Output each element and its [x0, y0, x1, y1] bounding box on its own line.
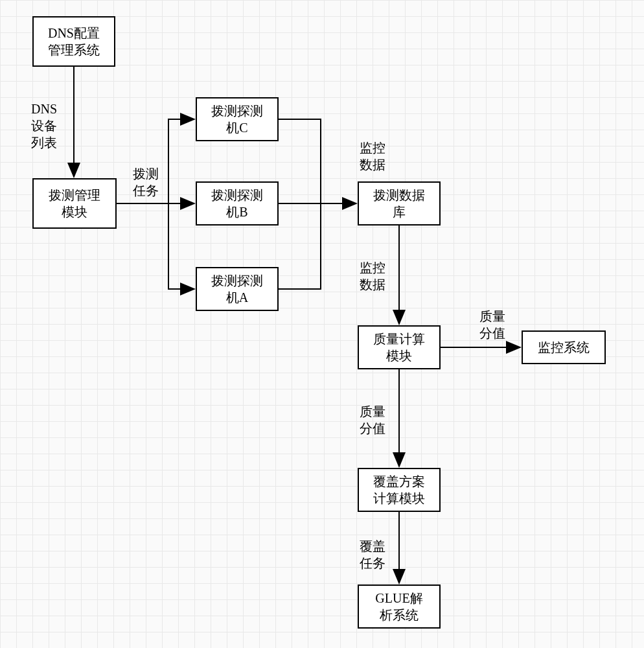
probe-db-box: 拨测数据库	[358, 181, 441, 226]
dns-config-box: DNS配置管理系统	[32, 16, 115, 67]
probe-task-label: 拨测任务	[133, 165, 159, 199]
monitor-data-1-label: 监控数据	[360, 139, 385, 173]
monitor-data-2-label: 监控数据	[360, 259, 385, 293]
glue-parser-label: GLUE解析系统	[375, 590, 422, 623]
glue-parser-box: GLUE解析系统	[358, 584, 441, 629]
arrows-layer	[0, 0, 644, 648]
probe-db-label: 拨测数据库	[373, 187, 425, 220]
dns-config-label: DNS配置管理系统	[48, 25, 100, 58]
probe-b-label: 拨测探测机B	[211, 187, 263, 220]
monitor-sys-label: 监控系统	[538, 339, 590, 356]
quality-score-1-label: 质量分值	[479, 308, 505, 341]
quality-calc-box: 质量计算模块	[358, 325, 441, 369]
probe-mgr-label: 拨测管理模块	[49, 187, 100, 220]
probe-a-label: 拨测探测机A	[211, 272, 263, 306]
coverage-calc-box: 覆盖方案计算模块	[358, 468, 441, 512]
coverage-calc-label: 覆盖方案计算模块	[373, 473, 425, 507]
probe-c-box: 拨测探测机C	[196, 97, 279, 141]
monitor-sys-box: 监控系统	[522, 330, 606, 364]
probe-a-box: 拨测探测机A	[196, 267, 279, 311]
probe-c-label: 拨测探测机C	[211, 102, 263, 136]
coverage-task-label: 覆盖任务	[360, 538, 385, 572]
probe-mgr-box: 拨测管理模块	[32, 178, 117, 229]
dns-device-list-label: DNS设备列表	[31, 100, 57, 151]
quality-calc-label: 质量计算模块	[373, 330, 425, 364]
probe-b-box: 拨测探测机B	[196, 181, 279, 226]
quality-score-2-label: 质量分值	[360, 403, 385, 437]
